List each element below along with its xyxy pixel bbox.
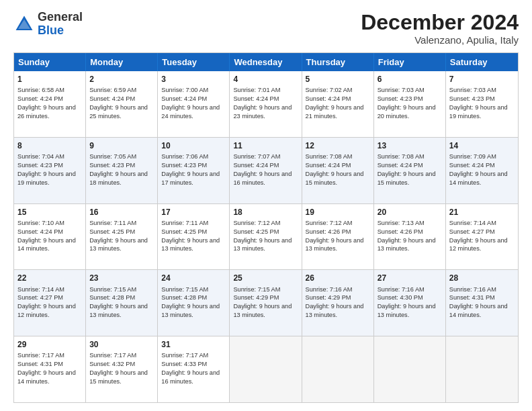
day-cell-8: 8 Sunrise: 7:04 AM Sunset: 4:23 PM Dayli… — [14, 138, 86, 203]
day-sunset: Sunset: 4:24 PM — [306, 95, 351, 102]
calendar-row-5: 29 Sunrise: 7:17 AM Sunset: 4:31 PM Dayl… — [14, 336, 518, 402]
day-sunset: Sunset: 4:31 PM — [449, 294, 495, 301]
day-cell-1: 1 Sunrise: 6:58 AM Sunset: 4:24 PM Dayli… — [14, 71, 86, 137]
day-daylight: Daylight: 9 hours and 19 minutes. — [17, 171, 76, 186]
day-sunrise: Sunrise: 7:08 AM — [378, 153, 425, 160]
day-daylight: Daylight: 9 hours and 16 minutes. — [233, 171, 292, 186]
header-monday: Monday — [86, 53, 158, 71]
day-number: 11 — [233, 140, 298, 151]
day-sunset: Sunset: 4:27 PM — [449, 228, 495, 235]
header-friday: Friday — [374, 53, 446, 71]
day-sunrise: Sunrise: 7:14 AM — [449, 220, 496, 226]
day-cell-6: 6 Sunrise: 7:03 AM Sunset: 4:23 PM Dayli… — [374, 71, 446, 137]
day-cell-26: 26 Sunrise: 7:16 AM Sunset: 4:29 PM Dayl… — [302, 270, 374, 336]
day-number: 5 — [306, 74, 370, 85]
empty-cell — [230, 336, 302, 402]
day-daylight: Daylight: 9 hours and 13 minutes. — [233, 237, 292, 253]
day-daylight: Daylight: 9 hours and 15 minutes. — [378, 171, 436, 186]
day-daylight: Daylight: 9 hours and 17 minutes. — [161, 171, 220, 186]
day-sunset: Sunset: 4:28 PM — [161, 294, 207, 301]
day-cell-13: 13 Sunrise: 7:08 AM Sunset: 4:24 PM Dayl… — [374, 138, 446, 203]
day-cell-22: 22 Sunrise: 7:14 AM Sunset: 4:27 PM Dayl… — [14, 270, 86, 336]
day-number: 15 — [17, 207, 82, 218]
day-sunset: Sunset: 4:24 PM — [233, 95, 279, 102]
logo-icon — [13, 13, 35, 35]
day-cell-10: 10 Sunrise: 7:06 AM Sunset: 4:23 PM Dayl… — [158, 138, 230, 203]
day-cell-21: 21 Sunrise: 7:14 AM Sunset: 4:27 PM Dayl… — [446, 204, 518, 270]
day-number: 6 — [378, 74, 442, 85]
day-cell-29: 29 Sunrise: 7:17 AM Sunset: 4:31 PM Dayl… — [14, 336, 86, 402]
day-sunrise: Sunrise: 7:07 AM — [233, 153, 280, 160]
day-daylight: Daylight: 9 hours and 26 minutes. — [17, 104, 76, 120]
day-daylight: Daylight: 9 hours and 13 minutes. — [233, 303, 292, 318]
day-sunset: Sunset: 4:26 PM — [378, 228, 423, 235]
day-number: 23 — [89, 273, 154, 283]
day-cell-17: 17 Sunrise: 7:11 AM Sunset: 4:25 PM Dayl… — [158, 204, 230, 270]
day-sunrise: Sunrise: 7:08 AM — [306, 153, 353, 160]
day-sunset: Sunset: 4:26 PM — [306, 228, 351, 235]
day-sunrise: Sunrise: 7:00 AM — [161, 87, 208, 93]
day-daylight: Daylight: 9 hours and 13 minutes. — [161, 237, 220, 253]
day-number: 19 — [306, 207, 370, 218]
day-sunrise: Sunrise: 7:11 AM — [161, 220, 208, 226]
day-cell-30: 30 Sunrise: 7:17 AM Sunset: 4:32 PM Dayl… — [86, 336, 158, 402]
day-daylight: Daylight: 9 hours and 13 minutes. — [378, 237, 436, 253]
day-sunset: Sunset: 4:32 PM — [89, 361, 135, 367]
day-number: 3 — [161, 74, 226, 85]
day-sunrise: Sunrise: 7:16 AM — [378, 286, 425, 293]
day-number: 16 — [89, 207, 154, 218]
day-number: 30 — [89, 339, 154, 350]
day-cell-31: 31 Sunrise: 7:17 AM Sunset: 4:33 PM Dayl… — [158, 336, 230, 402]
day-number: 13 — [378, 140, 442, 151]
day-sunset: Sunset: 4:33 PM — [161, 361, 207, 367]
day-daylight: Daylight: 9 hours and 12 minutes. — [17, 303, 76, 318]
day-cell-27: 27 Sunrise: 7:16 AM Sunset: 4:30 PM Dayl… — [374, 270, 446, 336]
day-sunrise: Sunrise: 7:03 AM — [449, 87, 496, 93]
day-sunrise: Sunrise: 7:10 AM — [17, 220, 64, 226]
day-cell-25: 25 Sunrise: 7:15 AM Sunset: 4:29 PM Dayl… — [230, 270, 302, 336]
day-number: 1 — [17, 74, 82, 85]
day-cell-9: 9 Sunrise: 7:05 AM Sunset: 4:23 PM Dayli… — [86, 138, 158, 203]
day-cell-23: 23 Sunrise: 7:15 AM Sunset: 4:28 PM Dayl… — [86, 270, 158, 336]
day-sunrise: Sunrise: 6:59 AM — [89, 87, 136, 93]
day-cell-5: 5 Sunrise: 7:02 AM Sunset: 4:24 PM Dayli… — [302, 71, 374, 137]
day-cell-2: 2 Sunrise: 6:59 AM Sunset: 4:24 PM Dayli… — [86, 71, 158, 137]
day-daylight: Daylight: 9 hours and 14 minutes. — [17, 369, 76, 385]
calendar-header: Sunday Monday Tuesday Wednesday Thursday… — [14, 53, 518, 71]
day-cell-14: 14 Sunrise: 7:09 AM Sunset: 4:24 PM Dayl… — [446, 138, 518, 203]
day-number: 2 — [89, 74, 154, 85]
day-daylight: Daylight: 9 hours and 13 minutes. — [89, 237, 148, 253]
calendar-body: 1 Sunrise: 6:58 AM Sunset: 4:24 PM Dayli… — [14, 71, 518, 402]
day-sunrise: Sunrise: 7:05 AM — [89, 153, 136, 160]
header-wednesday: Wednesday — [230, 53, 302, 71]
logo-general-text: General — [38, 10, 83, 24]
day-sunset: Sunset: 4:30 PM — [378, 294, 423, 301]
day-number: 8 — [17, 140, 82, 151]
day-daylight: Daylight: 9 hours and 15 minutes. — [89, 369, 148, 385]
day-cell-18: 18 Sunrise: 7:12 AM Sunset: 4:25 PM Dayl… — [230, 204, 302, 270]
day-number: 9 — [89, 140, 154, 151]
day-cell-7: 7 Sunrise: 7:03 AM Sunset: 4:23 PM Dayli… — [446, 71, 518, 137]
day-daylight: Daylight: 9 hours and 13 minutes. — [89, 303, 148, 318]
day-sunrise: Sunrise: 7:17 AM — [161, 352, 208, 359]
day-daylight: Daylight: 9 hours and 13 minutes. — [161, 303, 220, 318]
day-sunrise: Sunrise: 7:11 AM — [89, 220, 136, 226]
day-sunset: Sunset: 4:31 PM — [17, 361, 63, 367]
day-sunset: Sunset: 4:25 PM — [233, 228, 279, 235]
day-sunrise: Sunrise: 7:17 AM — [17, 352, 64, 359]
day-sunset: Sunset: 4:24 PM — [161, 95, 207, 102]
day-daylight: Daylight: 9 hours and 16 minutes. — [161, 369, 220, 385]
calendar-row-2: 8 Sunrise: 7:04 AM Sunset: 4:23 PM Dayli… — [14, 138, 518, 204]
calendar-row-4: 22 Sunrise: 7:14 AM Sunset: 4:27 PM Dayl… — [14, 270, 518, 336]
day-cell-11: 11 Sunrise: 7:07 AM Sunset: 4:24 PM Dayl… — [230, 138, 302, 203]
title-block: December 2024 Valenzano, Apulia, Italy — [361, 11, 519, 46]
day-number: 29 — [17, 339, 82, 350]
day-sunset: Sunset: 4:23 PM — [378, 95, 423, 102]
day-sunset: Sunset: 4:23 PM — [89, 162, 135, 169]
day-cell-15: 15 Sunrise: 7:10 AM Sunset: 4:24 PM Dayl… — [14, 204, 86, 270]
day-number: 7 — [449, 74, 515, 85]
day-sunset: Sunset: 4:27 PM — [17, 294, 63, 301]
day-sunrise: Sunrise: 7:12 AM — [306, 220, 353, 226]
calendar-row-3: 15 Sunrise: 7:10 AM Sunset: 4:24 PM Dayl… — [14, 204, 518, 271]
day-cell-24: 24 Sunrise: 7:15 AM Sunset: 4:28 PM Dayl… — [158, 270, 230, 336]
